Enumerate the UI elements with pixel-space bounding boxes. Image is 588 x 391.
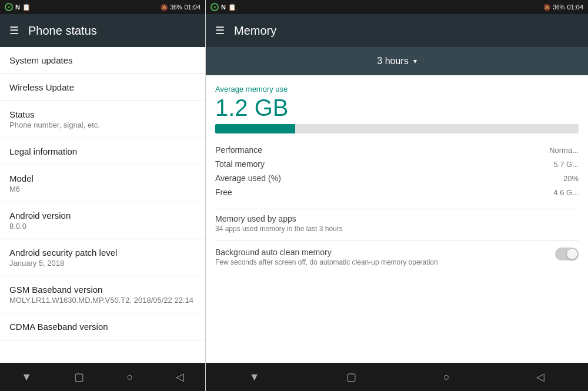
memory-bar-container (215, 124, 579, 133)
memory-stats: Performance Norma... Total memory 5.7 G.… (215, 143, 579, 199)
battery-indicator: 36% (170, 4, 182, 11)
auto-clean-title: Background auto clean memory (215, 248, 555, 257)
time-selector[interactable]: 3 hours ▾ (206, 47, 588, 75)
memory-bar-fill (215, 124, 295, 133)
memory-value-display: 1.2 GB (215, 96, 579, 119)
android-version-value: 8.0.0 (9, 222, 196, 230)
left-nav-circle[interactable]: ○ (127, 371, 133, 383)
right-nav-square[interactable]: ▢ (346, 370, 356, 383)
stat-total-memory-label: Total memory (215, 159, 265, 169)
gsm-baseband-title: GSM Baseband version (9, 285, 196, 295)
time-selector-label: 3 hours (377, 56, 408, 66)
left-nav-triangle[interactable]: ◁ (176, 370, 184, 383)
model-title: Model (9, 173, 196, 183)
n-notification-icon: N (15, 4, 20, 11)
time-display: 01:04 (184, 4, 201, 11)
gsm-baseband-value: MOLY.LR11.W1630.MD.MP.V50.T2, 2018/05/22… (9, 296, 196, 305)
right-n-icon: N (221, 4, 226, 11)
model-value: M6 (9, 185, 196, 193)
right-nav-back[interactable]: ▼ (249, 371, 260, 383)
android-security-title: Android security patch level (9, 248, 196, 258)
right-chrome-icon: ● (211, 3, 219, 11)
right-signal-icon: 🔕 (543, 4, 550, 11)
auto-clean-text: Background auto clean memory Few seconds… (215, 248, 555, 273)
status-title: Status (9, 109, 196, 119)
auto-clean-toggle[interactable] (555, 248, 579, 260)
right-menu-icon[interactable]: ☰ (215, 24, 225, 37)
stat-performance-label: Performance (215, 145, 262, 155)
auto-clean-row: Background auto clean memory Few seconds… (215, 248, 579, 273)
chrome-icon: ● (5, 3, 13, 11)
toggle-knob (567, 249, 577, 259)
cdma-baseband-item[interactable]: CDMA Baseband version (0, 313, 205, 340)
stat-free: Free 4.6 G... (215, 185, 579, 199)
apps-section-title: Memory used by apps (215, 214, 579, 223)
right-status-info: 🔕 36% 01:04 (543, 4, 583, 11)
left-app-title: Phone status (28, 24, 97, 38)
left-status-info: 🔕 36% 01:04 (161, 4, 201, 11)
android-security-item[interactable]: Android security patch level January 5, … (0, 239, 205, 276)
signal-off-icon: 🔕 (161, 4, 168, 11)
stat-free-label: Free (215, 188, 232, 197)
right-status-bar: ● N 📋 🔕 36% 01:04 (206, 0, 588, 14)
right-nav-triangle[interactable]: ◁ (536, 370, 544, 383)
dropdown-arrow-icon: ▾ (413, 57, 417, 65)
stat-total-memory: Total memory 5.7 G... (215, 157, 579, 171)
left-nav-bar: ▼ ▢ ○ ◁ (0, 363, 205, 391)
cdma-baseband-title: CDMA Baseband version (9, 322, 196, 332)
stat-performance-value: Norma... (549, 146, 579, 155)
status-subtitle: Phone number, signal, etc. (9, 121, 196, 129)
left-nav-back[interactable]: ▼ (21, 371, 32, 383)
divider-2 (215, 240, 579, 240)
right-app-bar: ☰ Memory (206, 14, 588, 47)
system-updates-item[interactable]: System updates (0, 47, 205, 74)
left-nav-square[interactable]: ▢ (74, 370, 84, 383)
right-time: 01:04 (567, 4, 583, 11)
android-version-title: Android version (9, 210, 196, 220)
stat-avg-used: Average used (%) 20% (215, 171, 579, 185)
right-status-icons: ● N 📋 (211, 3, 236, 11)
system-updates-title: System updates (9, 55, 196, 65)
wireless-update-item[interactable]: Wireless Update (0, 74, 205, 101)
stat-avg-used-value: 20% (563, 174, 579, 183)
android-security-value: January 5, 2018 (9, 259, 196, 268)
right-app-title: Memory (234, 24, 276, 38)
auto-clean-subtitle: Few seconds after screen off, do automat… (215, 258, 555, 266)
stat-total-memory-value: 5.7 G... (553, 160, 579, 169)
left-status-icons: ● N 📋 (5, 3, 31, 11)
android-version-item[interactable]: Android version 8.0.0 (0, 202, 205, 239)
right-sim-icon: 📋 (228, 4, 236, 11)
left-app-bar: ☰ Phone status (0, 14, 205, 47)
right-battery: 36% (553, 4, 564, 11)
left-menu-icon[interactable]: ☰ (9, 24, 19, 37)
left-menu-list: System updates Wireless Update Status Ph… (0, 47, 205, 363)
wireless-update-title: Wireless Update (9, 82, 196, 92)
memory-content: Average memory use 1.2 GB Performance No… (206, 75, 588, 363)
avg-memory-label: Average memory use (215, 85, 579, 93)
gsm-baseband-item[interactable]: GSM Baseband version MOLY.LR11.W1630.MD.… (0, 276, 205, 313)
divider-1 (215, 209, 579, 209)
stat-performance: Performance Norma... (215, 143, 579, 157)
stat-free-value: 4.6 G... (553, 188, 579, 197)
model-item[interactable]: Model M6 (0, 165, 205, 202)
memory-apps-section: Memory used by apps 34 apps used memory … (215, 214, 579, 233)
status-item[interactable]: Status Phone number, signal, etc. (0, 101, 205, 138)
sim-icon: 📋 (22, 4, 31, 11)
legal-information-item[interactable]: Legal information (0, 138, 205, 165)
right-nav-circle[interactable]: ○ (443, 371, 450, 383)
stat-avg-used-label: Average used (%) (215, 173, 281, 183)
right-nav-bar: ▼ ▢ ○ ◁ (206, 363, 588, 391)
apps-section-subtitle: 34 apps used memory in the last 3 hours (215, 225, 579, 233)
left-status-bar: ● N 📋 🔕 36% 01:04 (0, 0, 205, 14)
legal-information-title: Legal information (9, 146, 196, 156)
